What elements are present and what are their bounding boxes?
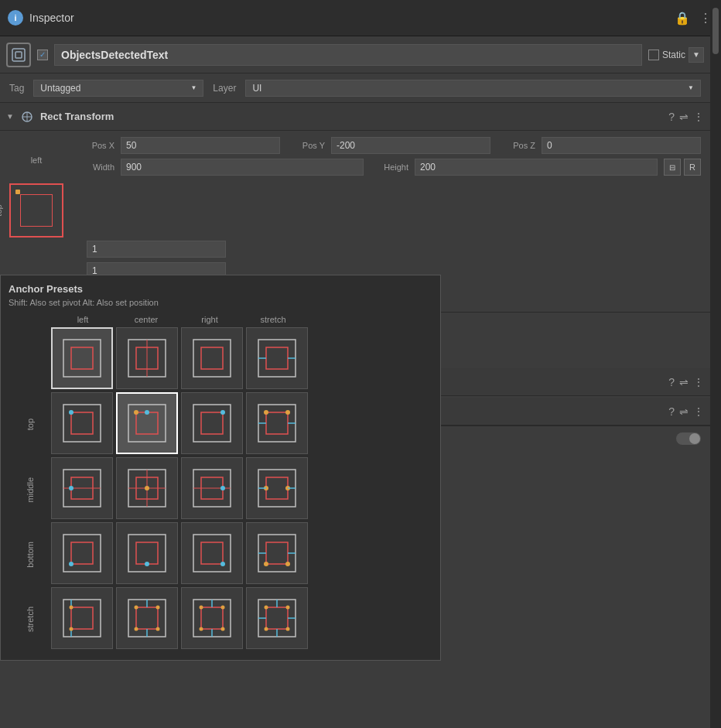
tag-dropdown-arrow: ▼ xyxy=(190,84,196,91)
rect-settings-button[interactable]: ⇌ xyxy=(679,111,689,123)
anchor-cell-3-2[interactable] xyxy=(181,522,243,584)
anchor-cell-3-3[interactable] xyxy=(246,522,308,584)
anchor-cell-2-1[interactable] xyxy=(116,457,178,519)
pos-z-label: Pos Z xyxy=(497,141,535,150)
comp3-help-button[interactable]: ? xyxy=(668,405,675,418)
scale-row-1 xyxy=(87,241,701,258)
height-input[interactable] xyxy=(415,159,658,176)
svg-rect-24 xyxy=(201,412,223,434)
inspector-title: Inspector xyxy=(29,12,673,24)
anchor-cell-4-2[interactable] xyxy=(181,587,243,649)
anchor-cell-2-2[interactable] xyxy=(181,457,243,519)
comp2-help-button[interactable]: ? xyxy=(668,376,675,388)
svg-rect-55 xyxy=(136,542,158,564)
svg-point-22 xyxy=(134,410,138,415)
comp3-actions: ? ⇌ ⋮ xyxy=(668,405,704,418)
stretch-button[interactable]: ⊟ xyxy=(664,159,681,176)
rect-help-button[interactable]: ? xyxy=(668,111,675,123)
svg-point-79 xyxy=(156,627,160,631)
pos-x-label: Pos X xyxy=(76,141,114,150)
svg-rect-20 xyxy=(136,412,158,434)
anchor-cell-1-0[interactable] xyxy=(51,392,113,454)
static-checkbox[interactable] xyxy=(648,50,659,60)
comp2-actions: ? ⇌ ⋮ xyxy=(668,376,704,388)
lock-button[interactable]: 🔒 xyxy=(673,9,692,27)
anchor-cell-4-0[interactable] xyxy=(51,587,113,649)
svg-point-21 xyxy=(145,410,149,415)
svg-point-63 xyxy=(285,562,290,566)
row-label-empty xyxy=(9,327,51,392)
anchor-cell-3-1[interactable] xyxy=(116,522,178,584)
anchor-presets-hint: Shift: Also set pivot Alt: Also set posi… xyxy=(9,298,432,307)
header-actions: 🔒 ⋮ xyxy=(673,9,713,27)
row-label-top: top xyxy=(9,392,51,457)
width-input[interactable] xyxy=(121,159,364,176)
anchor-cell-4-1[interactable] xyxy=(116,587,178,649)
row-label-bottom: bottom xyxy=(9,522,51,587)
rtl-toggle[interactable] xyxy=(676,432,701,445)
anchor-presets-title: Anchor Presets xyxy=(9,283,432,295)
tag-dropdown[interactable]: Untagged ▼ xyxy=(33,80,203,97)
rect-collapse-arrow[interactable]: ▼ xyxy=(6,112,14,121)
row-labels: top middle bottom stretch xyxy=(9,327,51,652)
row-label-middle: middle xyxy=(9,457,51,522)
svg-rect-13 xyxy=(266,347,288,369)
comp2-menu-button[interactable]: ⋮ xyxy=(693,376,704,388)
static-group: Static ▼ xyxy=(648,47,704,63)
svg-point-85 xyxy=(221,606,225,610)
object-name-input[interactable] xyxy=(54,44,642,66)
svg-rect-27 xyxy=(266,412,288,434)
svg-point-62 xyxy=(264,562,268,566)
scrollbar-thumb[interactable] xyxy=(712,8,719,54)
svg-point-77 xyxy=(156,606,160,610)
pos-row: Pos X Pos Y Pos Z xyxy=(76,137,701,154)
anchor-cell-0-3[interactable] xyxy=(246,327,308,389)
pivot-top-label: top xyxy=(0,204,3,216)
svg-point-97 xyxy=(286,627,290,631)
anchor-cell-4-3[interactable] xyxy=(246,587,308,649)
anchor-cell-1-3[interactable] xyxy=(246,392,308,454)
pos-z-input[interactable] xyxy=(542,137,701,154)
pos-x-input[interactable] xyxy=(121,137,280,154)
svg-point-25 xyxy=(220,410,225,415)
svg-rect-89 xyxy=(266,607,288,629)
anchor-cells xyxy=(51,327,309,652)
object-checkbox[interactable]: ✓ xyxy=(37,50,48,60)
svg-point-76 xyxy=(135,606,138,610)
comp3-menu-button[interactable]: ⋮ xyxy=(693,405,704,418)
svg-rect-23 xyxy=(193,405,231,442)
svg-point-29 xyxy=(285,410,290,415)
anchor-cell-3-0[interactable] xyxy=(51,522,113,584)
pivot-widget[interactable] xyxy=(9,183,63,238)
svg-rect-16 xyxy=(63,405,101,442)
anchor-cell-2-0[interactable] xyxy=(51,457,113,519)
anchor-cell-0-2[interactable] xyxy=(181,327,243,389)
anchor-cell-0-1[interactable] xyxy=(116,327,178,389)
static-label: Static xyxy=(662,50,685,60)
scale-x-input[interactable] xyxy=(87,241,226,258)
anchor-cell-1-2[interactable] xyxy=(181,392,243,454)
svg-point-40 xyxy=(145,486,149,490)
anchor-cell-2-3[interactable] xyxy=(246,457,308,519)
comp2-settings-button[interactable]: ⇌ xyxy=(679,376,689,388)
col-label-center: center xyxy=(114,315,178,324)
r-button[interactable]: R xyxy=(684,159,701,176)
anchor-cell-0-0[interactable] xyxy=(51,327,113,389)
width-label: Width xyxy=(76,162,114,172)
comp3-settings-button[interactable]: ⇌ xyxy=(679,405,689,418)
svg-rect-66 xyxy=(63,600,101,637)
pos-y-input[interactable] xyxy=(331,137,490,154)
anchor-grid: top middle bottom stretch xyxy=(9,327,432,652)
rect-transform-icon xyxy=(20,110,34,124)
pivot-inner xyxy=(20,194,53,227)
scrollbar[interactable] xyxy=(710,0,721,728)
layer-dropdown-arrow: ▼ xyxy=(688,84,694,91)
object-icon xyxy=(6,43,31,67)
rect-menu-button[interactable]: ⋮ xyxy=(693,111,704,123)
anchor-cell-1-1[interactable] xyxy=(116,392,178,454)
svg-rect-0 xyxy=(12,49,25,61)
tag-layer-row: Tag Untagged ▼ Layer UI ▼ xyxy=(0,73,710,103)
layer-dropdown[interactable]: UI ▼ xyxy=(245,80,701,97)
tag-label: Tag xyxy=(9,83,24,94)
static-dropdown[interactable]: ▼ xyxy=(689,47,704,63)
